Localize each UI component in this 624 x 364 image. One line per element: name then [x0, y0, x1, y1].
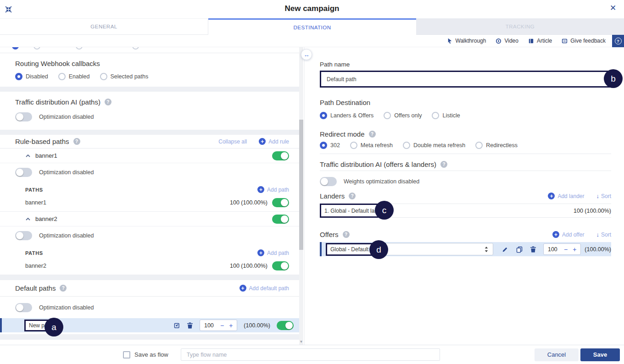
left-panel-scrollbar[interactable]: ▼: [299, 47, 303, 345]
add-path-link[interactable]: + Add path: [257, 249, 289, 256]
offer-weight-value[interactable]: 100: [548, 246, 559, 253]
sort-arrow-icon: ↓: [596, 231, 599, 238]
optimization-toggle[interactable]: [15, 112, 32, 121]
video-link[interactable]: Video: [495, 38, 518, 44]
help-icon[interactable]: ?: [60, 285, 67, 292]
optimization-toggle[interactable]: [15, 168, 32, 177]
radio-redirectless[interactable]: Redirectless: [475, 142, 518, 149]
radio-routing-enabled[interactable]: Enabled: [58, 73, 90, 80]
routing-webhook-section: Routing Webhook callbacks Disabled Enabl…: [0, 53, 299, 87]
section-separator: [0, 334, 299, 340]
plus-icon: +: [259, 138, 266, 145]
path-detail-panel: Path name Path Destination Landers & Off…: [306, 47, 624, 345]
path-name: banner1: [25, 199, 46, 206]
edit-offer-icon[interactable]: [502, 246, 509, 253]
add-path-link[interactable]: + Add path: [257, 186, 289, 193]
optimization-toggle[interactable]: [15, 231, 32, 240]
scrollbar-thumb[interactable]: [299, 120, 303, 250]
plus-icon: +: [552, 231, 559, 238]
radio-listicle[interactable]: Listicle: [432, 112, 460, 119]
delete-path-icon[interactable]: [187, 322, 193, 329]
path-name-input[interactable]: [321, 72, 610, 86]
offer-weight-plus-button[interactable]: +: [573, 246, 576, 253]
default-paths-title: Default paths: [15, 284, 56, 292]
give-feedback-link[interactable]: Give feedback: [561, 38, 606, 44]
path-enabled-toggle[interactable]: [272, 198, 289, 207]
sort-landers-link[interactable]: ↓ Sort: [596, 193, 611, 199]
save-as-flow-checkbox[interactable]: Save as flow: [123, 351, 168, 358]
traffic-ai-paths-section: Traffic distribution AI (paths) ? Optimi…: [0, 92, 299, 130]
help-icon[interactable]: ?: [105, 99, 111, 105]
cancel-button[interactable]: Cancel: [535, 348, 579, 361]
help-icon[interactable]: ?: [440, 161, 447, 168]
save-button[interactable]: Save: [580, 348, 620, 361]
chevron-up-icon[interactable]: [25, 217, 31, 221]
tab-general[interactable]: GENERAL: [0, 18, 208, 35]
help-icon[interactable]: ?: [369, 131, 376, 138]
optimization-toggle[interactable]: [15, 303, 32, 312]
help-button[interactable]: ?: [612, 35, 624, 47]
radio-selected-icon: [12, 47, 19, 50]
weights-optimization-toggle[interactable]: [320, 177, 337, 186]
plus-icon: +: [548, 193, 555, 199]
rule-enabled-toggle[interactable]: [272, 215, 289, 224]
radio-icon: [58, 73, 66, 80]
article-link[interactable]: Article: [528, 38, 552, 44]
radio-meta-refresh[interactable]: Meta refresh: [350, 142, 393, 149]
flow-name-input[interactable]: [181, 348, 440, 361]
add-rule-link[interactable]: + Add rule: [259, 138, 289, 145]
walkthrough-link[interactable]: Walkthrough: [446, 38, 486, 44]
path-enabled-toggle[interactable]: [277, 321, 294, 330]
feedback-label: Give feedback: [570, 38, 606, 44]
optimization-toggle-row: Optimization disabled: [15, 231, 289, 240]
path-enabled-toggle[interactable]: [272, 261, 289, 270]
sort-offers-link[interactable]: ↓ Sort: [596, 231, 611, 238]
article-icon: [528, 38, 535, 44]
add-default-path-link[interactable]: + Add default path: [240, 285, 289, 292]
radio-routing-selected-paths[interactable]: Selected paths: [100, 73, 149, 80]
radio-302[interactable]: 302: [320, 142, 340, 149]
path-name: banner2: [25, 263, 46, 269]
weight-value[interactable]: 100: [204, 322, 215, 329]
add-offer-link[interactable]: + Add offer: [552, 231, 584, 238]
rule-enabled-toggle[interactable]: [272, 151, 289, 160]
tab-destination[interactable]: DESTINATION: [208, 18, 416, 35]
rule-row-banner2[interactable]: banner2: [0, 212, 299, 226]
add-lander-link[interactable]: + Add lander: [548, 193, 584, 199]
toggle-knob: [281, 199, 288, 206]
weights-optimization-label: Weights optimization disabled: [344, 178, 419, 185]
help-icon[interactable]: ?: [73, 138, 80, 145]
radio-offers-only[interactable]: Offers only: [384, 112, 422, 119]
copy-offer-icon[interactable]: [516, 246, 523, 253]
path-name-label: Path name: [320, 61, 611, 68]
panel-resize-handle[interactable]: ↔: [301, 49, 312, 60]
offer-tools: [502, 246, 536, 253]
close-icon[interactable]: ✕: [607, 2, 619, 14]
traffic-ai-offers-title: Traffic distribution AI (offers & lander…: [320, 160, 436, 168]
chevron-up-icon[interactable]: [25, 154, 31, 158]
weight-minus-button[interactable]: −: [220, 322, 224, 329]
lander-weight: 100 (100.00%): [574, 208, 611, 214]
plus-icon: +: [257, 186, 264, 193]
toggle-knob: [281, 152, 288, 160]
offers-header: Offers ? + Add offer ↓ Sort: [320, 231, 611, 238]
rule-row-banner1[interactable]: banner1: [0, 149, 299, 163]
offer-weight-minus-button[interactable]: −: [564, 246, 568, 253]
offer-select[interactable]: Global - Default offer: [326, 243, 493, 255]
help-icon[interactable]: ?: [343, 231, 350, 238]
scrollbar-down-arrow[interactable]: ▼: [299, 340, 303, 344]
duplicate-path-icon[interactable]: [173, 322, 180, 329]
path-destination-options: Landers & Offers Offers only Listicle: [320, 112, 611, 119]
delete-offer-icon[interactable]: [530, 246, 536, 253]
radio-landers-offers[interactable]: Landers & Offers: [320, 112, 373, 119]
sort-arrow-icon: ↓: [596, 193, 599, 199]
tab-bar: GENERAL DESTINATION TRACKING: [0, 18, 624, 35]
collapse-all-link[interactable]: Collapse all: [218, 138, 247, 145]
radio-double-meta-refresh[interactable]: Double meta refresh: [403, 142, 465, 149]
toggle-knob: [16, 113, 23, 121]
weight-plus-button[interactable]: +: [229, 322, 233, 329]
help-icon[interactable]: ?: [349, 193, 356, 199]
path-row: banner2 100 (100.00%): [25, 260, 289, 272]
radio-routing-disabled[interactable]: Disabled: [15, 73, 48, 80]
path-destination-title: Path Destination: [320, 99, 370, 106]
